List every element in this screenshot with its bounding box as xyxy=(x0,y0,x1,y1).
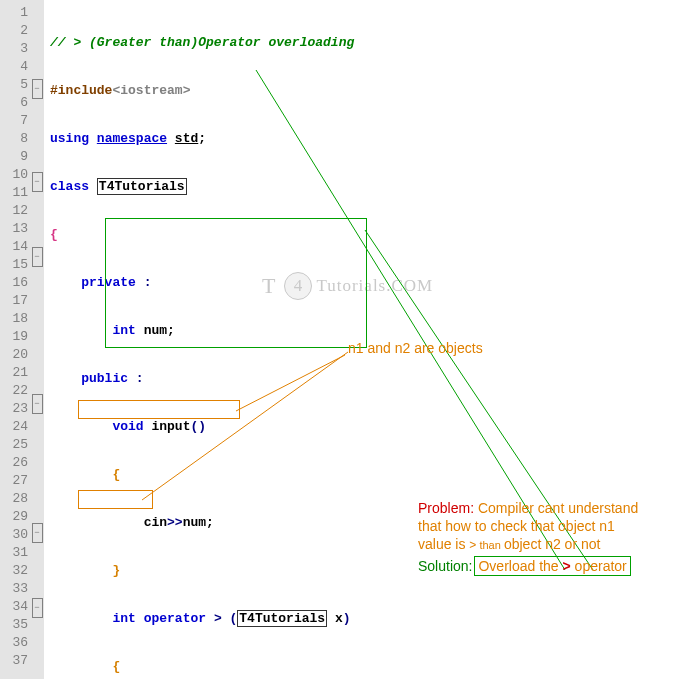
comment: // > (Greater than)Operator overloading xyxy=(50,35,354,50)
param-type: T4Tutorials xyxy=(237,610,327,627)
line-num: 1 xyxy=(2,4,28,22)
fold-icon[interactable]: − xyxy=(32,79,43,99)
line-number-gutter: 1234567891011121314151617181920212223242… xyxy=(0,0,30,679)
annotation-objects: n1 and n2 are objects xyxy=(348,340,483,356)
annotation-problem: Problem: Compiler cant understand that h… xyxy=(418,499,638,554)
class-name: T4Tutorials xyxy=(97,178,187,195)
annotation-solution: Solution:Overload the > operator xyxy=(418,558,631,574)
fold-column: − − − − − − xyxy=(30,0,44,679)
